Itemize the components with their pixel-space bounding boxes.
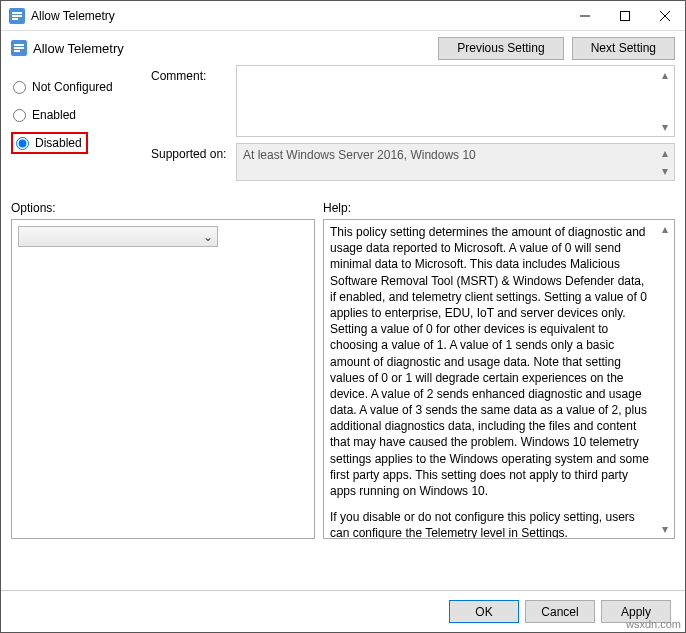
minimize-button[interactable] — [565, 1, 605, 30]
help-paragraph: This policy setting determines the amoun… — [330, 224, 650, 499]
scrollbar[interactable]: ▴ ▾ — [656, 220, 674, 538]
supported-on-field: At least Windows Server 2016, Windows 10… — [236, 143, 675, 181]
comment-textarea[interactable] — [237, 66, 656, 136]
scroll-up-icon[interactable]: ▴ — [662, 68, 668, 82]
radio-enabled[interactable]: Enabled — [11, 103, 151, 127]
chevron-down-icon: ⌄ — [203, 230, 213, 244]
supported-label: Supported on: — [151, 143, 236, 181]
comment-label: Comment: — [151, 65, 236, 137]
scroll-up-icon[interactable]: ▴ — [662, 222, 668, 236]
help-label: Help: — [323, 201, 351, 215]
radio-not-configured[interactable]: Not Configured — [11, 75, 151, 99]
options-label: Options: — [11, 201, 323, 215]
title-bar: Allow Telemetry — [1, 1, 685, 31]
cancel-button[interactable]: Cancel — [525, 600, 595, 623]
watermark: wsxdn.com — [626, 618, 681, 630]
scrollbar: ▴ ▾ — [656, 144, 674, 180]
page-title: Allow Telemetry — [33, 41, 430, 56]
svg-rect-3 — [12, 18, 18, 20]
svg-rect-2 — [12, 15, 22, 17]
scroll-down-icon: ▾ — [662, 164, 668, 178]
radio-enabled-input[interactable] — [13, 109, 26, 122]
supported-on-value: At least Windows Server 2016, Windows 10 — [237, 144, 656, 180]
radio-not-configured-input[interactable] — [13, 81, 26, 94]
comment-field[interactable]: ▴ ▾ — [236, 65, 675, 137]
ok-button[interactable]: OK — [449, 600, 519, 623]
state-radios: Not Configured Enabled Disabled — [11, 65, 151, 187]
svg-rect-10 — [14, 47, 24, 49]
scroll-down-icon[interactable]: ▾ — [662, 522, 668, 536]
header: Allow Telemetry Previous Setting Next Se… — [1, 31, 685, 65]
app-icon — [9, 8, 25, 24]
svg-rect-11 — [14, 50, 20, 52]
policy-icon — [11, 40, 27, 56]
scrollbar[interactable]: ▴ ▾ — [656, 66, 674, 136]
radio-label: Enabled — [32, 108, 76, 122]
maximize-button[interactable] — [605, 1, 645, 30]
radio-disabled-input[interactable] — [16, 137, 29, 150]
close-button[interactable] — [645, 1, 685, 30]
options-dropdown[interactable]: ⌄ — [18, 226, 218, 247]
svg-rect-5 — [621, 11, 630, 20]
radio-disabled-row: Disabled — [11, 131, 151, 155]
dialog-buttons: OK Cancel Apply — [1, 590, 685, 632]
radio-label: Disabled — [35, 136, 82, 150]
svg-rect-1 — [12, 12, 22, 14]
scroll-up-icon: ▴ — [662, 146, 668, 160]
previous-setting-button[interactable]: Previous Setting — [438, 37, 563, 60]
window-title: Allow Telemetry — [31, 9, 565, 23]
help-panel: This policy setting determines the amoun… — [323, 219, 675, 539]
radio-disabled[interactable]: Disabled — [11, 132, 88, 154]
help-text: This policy setting determines the amoun… — [324, 220, 656, 538]
options-panel: ⌄ — [11, 219, 315, 539]
svg-rect-9 — [14, 44, 24, 46]
help-paragraph: If you disable or do not configure this … — [330, 509, 650, 538]
scroll-down-icon[interactable]: ▾ — [662, 120, 668, 134]
next-setting-button[interactable]: Next Setting — [572, 37, 675, 60]
radio-label: Not Configured — [32, 80, 113, 94]
